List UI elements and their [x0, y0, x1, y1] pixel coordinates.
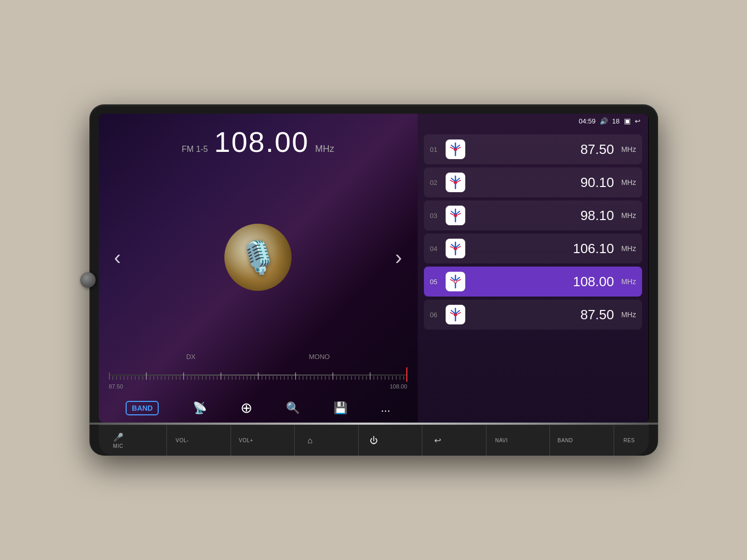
hw-btn-vol-[interactable]: VOL-: [166, 425, 197, 456]
svg-line-85: [456, 145, 460, 148]
hw-btn-icon[interactable]: ⌂: [294, 425, 325, 456]
hw-btn-band[interactable]: BAND: [550, 425, 581, 456]
preset-item-04[interactable]: 04 106.10 MHz: [424, 234, 643, 263]
hw-btn-icon: ⏻: [370, 436, 378, 445]
svg-point-120: [454, 281, 456, 283]
svg-line-93: [456, 178, 460, 181]
save-icon: 💾: [333, 402, 347, 414]
preset-num: 03: [430, 212, 440, 220]
radio-panel: FM 1-5 108.00 MHz ‹ 🎙️ › DX MONO: [99, 114, 418, 423]
more-button[interactable]: ...: [381, 402, 390, 414]
preset-num: 06: [430, 311, 440, 319]
preset-item-06[interactable]: 06 87.50 MHz: [424, 300, 643, 330]
preset-freq: 87.50: [470, 142, 614, 158]
preset-item-02[interactable]: 02 90.10 MHz: [424, 167, 643, 197]
preset-antenna-icon: [446, 305, 465, 324]
antenna-svg: [449, 142, 462, 157]
hw-btn-icon: ↩: [434, 435, 441, 445]
svg-line-86: [450, 147, 453, 149]
svg-line-95: [458, 180, 461, 182]
svg-line-125: [456, 310, 460, 313]
preset-mhz: MHz: [621, 310, 636, 319]
svg-line-94: [450, 180, 453, 182]
preset-num: 02: [430, 179, 440, 186]
freq-start-label: 87.50: [109, 383, 124, 390]
preset-freq: 106.10: [470, 241, 614, 257]
preset-item-03[interactable]: 03 98.10 MHz: [424, 200, 643, 230]
preset-antenna-icon: [446, 239, 465, 258]
preset-mhz: MHz: [621, 145, 636, 153]
radio-header: FM 1-5 108.00 MHz: [99, 114, 418, 164]
preset-item-05[interactable]: 05 108.00 MHz: [424, 267, 643, 297]
save-button[interactable]: 💾: [333, 402, 347, 414]
preset-antenna-icon: [446, 173, 465, 192]
band-label[interactable]: BAND: [126, 401, 159, 415]
svg-line-126: [450, 313, 453, 314]
preset-freq: 108.00: [470, 274, 614, 290]
volume-knob[interactable]: [80, 272, 96, 288]
radio-center: ‹ 🎙️ ›: [99, 164, 418, 351]
scan-icon: 🔍: [286, 402, 300, 414]
svg-line-127: [458, 313, 461, 314]
svg-line-101: [456, 211, 460, 214]
hw-btn-vol+[interactable]: VOL+: [231, 425, 262, 456]
freq-bar-container[interactable]: 87.50 108.00: [99, 363, 418, 396]
mono-label[interactable]: MONO: [309, 353, 330, 361]
hw-btn-icon[interactable]: ⏻: [358, 425, 389, 456]
more-icon: ...: [381, 402, 390, 414]
svg-line-108: [451, 244, 454, 247]
hw-btn-label: MIC: [113, 443, 124, 449]
svg-point-112: [454, 247, 456, 250]
back-icon[interactable]: ↩: [635, 117, 641, 125]
preset-mhz: MHz: [621, 244, 636, 253]
svg-point-88: [454, 148, 456, 150]
preset-mhz: MHz: [621, 277, 636, 286]
svg-line-87: [458, 147, 461, 149]
album-art: 🎙️: [224, 224, 292, 291]
preset-item-01[interactable]: 01 87.50 MHz: [424, 134, 643, 164]
hw-btn-navi[interactable]: NAVI: [486, 425, 517, 456]
svg-line-117: [456, 277, 460, 280]
freq-bar[interactable]: [109, 367, 407, 382]
antenna-svg: [449, 307, 462, 322]
screen-content: 04:59 🔊 18 ▣ ↩ FM 1-5 108.00 MHz ‹: [99, 114, 649, 423]
freq-labels: 87.50 108.00: [109, 382, 407, 394]
hw-btn-res[interactable]: RES: [614, 425, 645, 456]
hw-btn-label: VOL-: [176, 438, 189, 443]
loop-button[interactable]: ⊕: [240, 401, 252, 415]
scan-button[interactable]: 🔍: [286, 402, 300, 414]
freq-end-label: 108.00: [390, 383, 407, 390]
antenna-icon: 📡: [193, 402, 207, 414]
hw-btn-icon[interactable]: ↩: [422, 425, 453, 456]
next-arrow[interactable]: ›: [395, 246, 402, 269]
dx-label[interactable]: DX: [186, 353, 195, 361]
hardware-buttons: 🎤MICVOL-VOL+⌂⏻↩NAVIBANDRES: [99, 425, 649, 456]
svg-point-104: [454, 214, 456, 216]
prev-arrow[interactable]: ‹: [114, 246, 121, 269]
svg-line-116: [451, 277, 454, 280]
hw-btn-icon: 🎤: [113, 432, 124, 442]
preset-freq: 98.10: [470, 208, 614, 224]
svg-line-119: [458, 279, 461, 281]
band-button[interactable]: BAND: [126, 401, 159, 415]
radio-mode-labels: DX MONO: [99, 351, 418, 363]
tick-marks-svg: [109, 369, 407, 380]
preset-antenna-icon: [446, 139, 465, 159]
hw-btn-label: BAND: [558, 438, 573, 443]
screen-bezel: 04:59 🔊 18 ▣ ↩ FM 1-5 108.00 MHz ‹: [99, 114, 649, 423]
svg-line-118: [450, 279, 453, 281]
preset-mhz: MHz: [621, 211, 636, 220]
antenna-svg: [449, 241, 462, 256]
svg-line-109: [456, 244, 460, 247]
volume-icon: 🔊: [600, 117, 608, 125]
svg-line-92: [451, 178, 454, 181]
antenna-svg: [449, 208, 462, 223]
svg-line-103: [458, 213, 461, 215]
preset-panel: 01 87.50 MHz 02: [418, 114, 649, 423]
mic-art-icon: 🎙️: [239, 239, 278, 276]
hw-btn-mic[interactable]: 🎤MIC: [103, 425, 134, 456]
hw-btn-label: NAVI: [495, 438, 508, 443]
preset-antenna-icon: [446, 206, 465, 225]
antenna-svg: [449, 175, 462, 190]
antenna-button[interactable]: 📡: [193, 402, 207, 414]
